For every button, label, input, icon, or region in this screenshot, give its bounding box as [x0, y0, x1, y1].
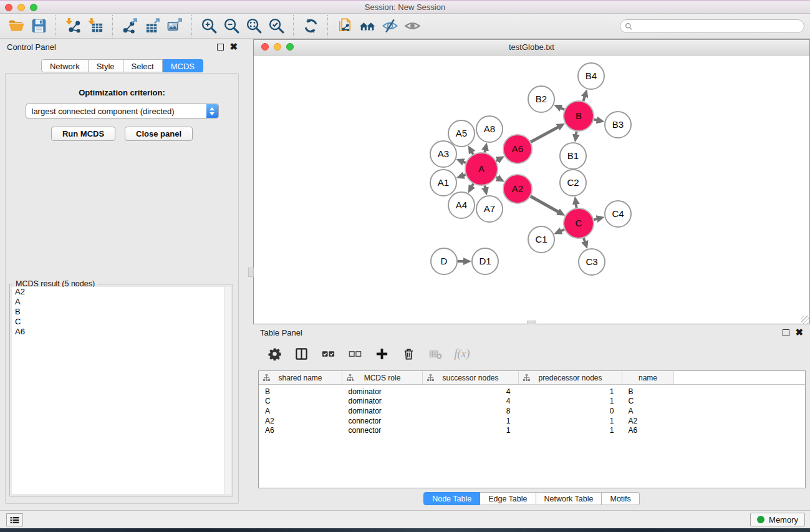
zoom-selected-button[interactable]	[265, 16, 287, 37]
table-settings-button[interactable]	[267, 346, 282, 361]
table-cell[interactable]: 0	[519, 406, 622, 416]
node-C1[interactable]: C1	[528, 226, 554, 253]
node-D1[interactable]: D1	[472, 248, 498, 274]
node-A7[interactable]: A7	[476, 196, 503, 222]
column-header-successor-nodes[interactable]: successor nodes	[423, 371, 519, 385]
vertical-splitter-grip[interactable]	[248, 268, 254, 277]
float-table-panel-icon[interactable]	[783, 329, 789, 336]
table-row[interactable]: A2connector11A2	[259, 416, 805, 426]
table-cell[interactable]: connector	[342, 425, 423, 435]
save-session-button[interactable]	[27, 16, 50, 37]
table-row[interactable]: Cdominator41C	[259, 397, 805, 407]
node-B4[interactable]: B4	[578, 63, 604, 89]
table-row[interactable]: Bdominator41B	[259, 385, 805, 397]
export-table-button[interactable]	[141, 16, 163, 37]
node-C3[interactable]: C3	[579, 249, 605, 275]
table-cell[interactable]: B	[259, 385, 342, 397]
tab-edge-table[interactable]: Edge Table	[480, 492, 536, 505]
delete-column-button[interactable]	[401, 346, 416, 361]
table-cell[interactable]: 4	[423, 385, 519, 397]
show-details-button[interactable]	[401, 16, 423, 37]
table-cell[interactable]: 1	[519, 425, 622, 435]
node-C[interactable]: C	[564, 208, 594, 238]
close-panel-icon[interactable]: ✖	[229, 44, 238, 50]
column-header-shared-name[interactable]: shared name	[259, 371, 342, 385]
node-A[interactable]: A	[465, 153, 498, 185]
table-cell[interactable]: A6	[259, 425, 342, 435]
network-canvas[interactable]: AA6A2BCA1A3A4A5A7A8B1B2B3B4C1C2C3C4DD1	[254, 56, 809, 324]
result-list-item[interactable]: A6	[12, 327, 231, 337]
table-cell[interactable]: A	[622, 406, 674, 416]
close-table-panel-icon[interactable]: ✖	[795, 329, 803, 336]
home-button[interactable]	[356, 16, 378, 37]
table-cell[interactable]: 1	[423, 416, 519, 426]
table-cell[interactable]: 1	[423, 425, 519, 435]
search-field[interactable]	[620, 19, 804, 33]
result-list-item[interactable]: A	[12, 297, 231, 307]
node-A5[interactable]: A5	[448, 120, 475, 147]
node-C4[interactable]: C4	[605, 201, 631, 227]
show-columns-button[interactable]	[294, 346, 309, 361]
tab-style[interactable]: Style	[89, 59, 123, 72]
zoom-out-button[interactable]	[220, 16, 243, 37]
node-B2[interactable]: B2	[528, 86, 554, 112]
table-cell[interactable]: 1	[519, 385, 622, 397]
table-cell[interactable]: 1	[519, 397, 622, 407]
table-cell[interactable]: dominator	[342, 406, 423, 416]
zoom-fit-button[interactable]	[243, 16, 265, 37]
tab-network[interactable]: Network	[41, 59, 89, 72]
open-file-button[interactable]	[5, 16, 27, 37]
network-window-titlebar[interactable]: testGlobe.txt	[254, 40, 809, 56]
node-A1[interactable]: A1	[430, 170, 456, 196]
result-list-item[interactable]: A2	[12, 287, 231, 297]
network-from-file-button[interactable]	[334, 16, 356, 37]
export-network-button[interactable]	[118, 16, 141, 37]
memory-button[interactable]: Memory	[750, 513, 805, 526]
result-list-item[interactable]: B	[12, 307, 231, 317]
result-scrollbar[interactable]	[224, 287, 231, 494]
table-cell[interactable]: dominator	[342, 397, 423, 407]
tab-select[interactable]: Select	[123, 59, 163, 72]
deselect-all-columns-button[interactable]	[347, 346, 362, 361]
node-A2[interactable]: A2	[503, 175, 532, 203]
node-A3[interactable]: A3	[430, 141, 456, 167]
import-network-button[interactable]	[62, 16, 84, 37]
optimization-criterion-dropdown[interactable]: largest connected component (directed)	[26, 104, 219, 118]
column-header-predecessor-nodes[interactable]: predecessor nodes	[519, 371, 622, 385]
column-header-MCDS-role[interactable]: MCDS role	[342, 371, 423, 385]
node-B[interactable]: B	[564, 101, 594, 131]
table-row[interactable]: Adominator80A	[259, 406, 805, 416]
tab-network-table[interactable]: Network Table	[536, 492, 602, 505]
float-panel-icon[interactable]	[217, 44, 224, 51]
table-cell[interactable]: B	[622, 385, 674, 397]
result-list-item[interactable]: C	[12, 317, 231, 327]
run-mcds-button[interactable]: Run MCDS	[51, 127, 115, 141]
table-cell[interactable]: 1	[519, 416, 622, 426]
add-column-button[interactable]	[374, 346, 389, 361]
window-resize-grip[interactable]	[801, 316, 809, 324]
table-cell[interactable]: A2	[622, 416, 674, 426]
refresh-button[interactable]	[299, 16, 322, 37]
close-panel-button[interactable]: Close panel	[125, 127, 193, 141]
zoom-in-button[interactable]	[198, 16, 220, 37]
table-cell[interactable]: dominator	[342, 385, 423, 397]
table-cell[interactable]: A2	[259, 416, 342, 426]
node-A4[interactable]: A4	[448, 192, 475, 218]
table-cell[interactable]: A	[259, 406, 342, 416]
node-B1[interactable]: B1	[560, 143, 586, 169]
tab-node-table[interactable]: Node Table	[423, 492, 480, 505]
table-cell[interactable]: 8	[423, 406, 519, 416]
import-table-button[interactable]	[84, 16, 107, 37]
task-history-button[interactable]	[6, 513, 23, 526]
node-B3[interactable]: B3	[605, 112, 631, 138]
export-image-button[interactable]	[163, 16, 186, 37]
node-A6[interactable]: A6	[503, 135, 532, 163]
table-cell[interactable]: connector	[342, 416, 423, 426]
table-row[interactable]: A6connector11A6	[259, 425, 805, 435]
select-all-columns-button[interactable]	[321, 346, 335, 361]
table-cell[interactable]: 4	[423, 397, 519, 407]
tab-motifs[interactable]: Motifs	[602, 492, 639, 505]
hide-details-button[interactable]	[378, 16, 401, 37]
table-cell[interactable]: C	[622, 397, 674, 407]
node-D[interactable]: D	[431, 248, 457, 274]
